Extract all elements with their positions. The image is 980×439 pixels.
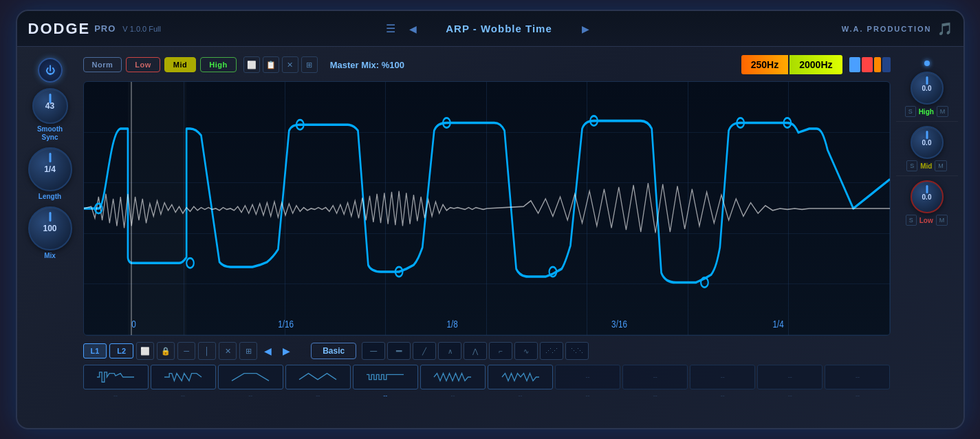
x-ctrl-icon[interactable]: ✕: [219, 342, 237, 360]
pattern-slot-8-label: --: [586, 374, 590, 381]
pattern-slot-9[interactable]: --: [622, 365, 688, 389]
brand-icon: 🎵: [937, 21, 952, 36]
next-preset-button[interactable]: ▶: [576, 21, 595, 37]
low-m-button[interactable]: M: [936, 215, 948, 226]
pattern-slot-12[interactable]: --: [825, 365, 890, 389]
shape-wave-button[interactable]: ∿: [514, 342, 538, 360]
pattern-slot-6[interactable]: [420, 365, 486, 389]
low-s-button[interactable]: S: [906, 215, 917, 226]
pipe-ctrl-icon[interactable]: │: [198, 342, 216, 360]
pattern-slot-11[interactable]: --: [757, 365, 823, 389]
pattern-label-9: --: [622, 392, 688, 405]
power-button[interactable]: ⏻: [38, 58, 63, 83]
mid-knob[interactable]: 0.0: [911, 126, 944, 159]
pattern-slot-1[interactable]: [83, 365, 149, 389]
freq-bar-orange: [874, 57, 881, 72]
icon-buttons: ⬜ 📋 ✕ ⊞: [243, 56, 318, 73]
mix-value: 100: [43, 224, 56, 233]
mix-knob[interactable]: 100: [28, 206, 72, 250]
mid-label: Mid: [920, 162, 932, 170]
waveform-area[interactable]: 0 1/16 1/8 3/16 1/4: [83, 81, 891, 336]
svg-text:3/16: 3/16: [611, 318, 627, 330]
arrow-right-button[interactable]: ▶: [279, 344, 294, 358]
pattern-label-2: --: [151, 392, 216, 405]
mix-knob-container: 100 Mix: [28, 206, 72, 260]
high-m-button[interactable]: M: [937, 106, 949, 117]
signal-dot: [924, 61, 930, 66]
low-channel-group: 0.0 S Low M: [896, 180, 958, 226]
smooth-value: 43: [45, 101, 54, 111]
svg-text:1/16: 1/16: [278, 318, 294, 330]
svg-text:0: 0: [131, 318, 136, 330]
freq-bar-blue: [849, 57, 860, 72]
freq-bar-red: [862, 57, 873, 72]
paste-icon[interactable]: 📋: [263, 56, 279, 73]
shape-saw-button[interactable]: ⋰⋰: [540, 342, 563, 360]
prev-preset-button[interactable]: ◀: [404, 21, 422, 37]
layer-1-button[interactable]: L1: [83, 343, 107, 358]
length-knob[interactable]: 1/4: [28, 147, 72, 191]
shape-complex-button[interactable]: ⋱⋱: [565, 342, 589, 360]
shape-tri2-button[interactable]: ⋀: [464, 342, 487, 360]
smooth-knob[interactable]: 43: [32, 88, 68, 124]
shape-flat-button[interactable]: ─: [362, 342, 385, 360]
top-center: ☰ ◀ ARP - Wobble Time ▶: [386, 21, 595, 37]
shape-tri-button[interactable]: ∧: [438, 342, 461, 360]
pattern-label-6: --: [420, 392, 486, 405]
band-norm-button[interactable]: Norm: [83, 57, 122, 72]
mid-s-button[interactable]: S: [906, 160, 917, 171]
high-s-button[interactable]: S: [905, 106, 916, 117]
ctrl-row-1: L1 L2 ⬜ 🔒 ─ │ ✕ ⊞ ◀ ▶ Basic ─ ━ ╱: [83, 340, 891, 362]
basic-button[interactable]: Basic: [311, 343, 356, 359]
lock-ctrl-icon[interactable]: 🔒: [157, 342, 175, 360]
pattern-row-1: -- -- -- -- --: [83, 365, 891, 389]
shape-step-button[interactable]: ⌐: [489, 342, 512, 360]
pattern-slot-3[interactable]: [218, 365, 283, 389]
center-area: Norm Low Mid High ⬜ 📋 ✕ ⊞ Master Mix: %1…: [83, 52, 891, 422]
freq-bar-mini: [849, 57, 891, 72]
preset-name: ARP - Wobble Time: [431, 23, 568, 34]
minus-ctrl-icon[interactable]: ─: [177, 342, 195, 360]
copy-ctrl-icon[interactable]: ⬜: [136, 342, 154, 360]
mid-value: 0.0: [922, 139, 932, 147]
band-mid-button[interactable]: Mid: [164, 57, 196, 72]
high-knob[interactable]: 0.0: [911, 72, 944, 105]
freq-low-value[interactable]: 250Hz: [741, 55, 788, 74]
pattern-label-5: --: [353, 392, 418, 405]
pattern-waveform-2: [164, 371, 202, 383]
pattern-slot-9-label: --: [653, 374, 657, 381]
shape-line-button[interactable]: ━: [387, 342, 411, 360]
band-high-button[interactable]: High: [200, 57, 236, 72]
grid-ctrl-icon[interactable]: ⊞: [239, 342, 257, 360]
band-low-button[interactable]: Low: [126, 57, 160, 72]
copy-icon[interactable]: ⬜: [243, 56, 260, 73]
mid-sm-row: S Mid M: [905, 160, 948, 171]
grid-icon[interactable]: ⊞: [301, 56, 318, 73]
pattern-slot-8[interactable]: --: [555, 365, 620, 389]
logo-version: V 1.0.0 Full: [122, 25, 161, 33]
svg-text:1/4: 1/4: [772, 318, 784, 330]
pattern-waveform-1: [96, 371, 135, 383]
delete-icon[interactable]: ✕: [282, 56, 298, 73]
mid-m-button[interactable]: M: [935, 160, 947, 171]
arrow-left-button[interactable]: ◀: [260, 344, 276, 358]
pattern-slot-7[interactable]: [488, 365, 553, 389]
pattern-label-3: --: [218, 392, 283, 405]
pattern-slot-4[interactable]: [285, 365, 351, 389]
freq-high-value[interactable]: 2000Hz: [790, 55, 842, 74]
playhead: [131, 82, 132, 335]
low-label: Low: [919, 217, 933, 224]
waveform-svg: 0 1/16 1/8 3/16 1/4: [84, 82, 890, 335]
pattern-slot-2[interactable]: [151, 365, 216, 389]
shape-ramp-up-button[interactable]: ╱: [413, 342, 436, 360]
high-channel-group: 0.0 S High M: [896, 72, 958, 117]
freq-display: 250Hz 2000Hz: [741, 55, 891, 74]
plugin-container: DODGE PRO V 1.0.0 Full ☰ ◀ ARP - Wobble …: [16, 10, 965, 429]
high-sm-row: S High M: [904, 106, 950, 117]
high-value: 0.0: [922, 85, 932, 92]
pattern-slot-5[interactable]: [353, 365, 418, 389]
menu-icon[interactable]: ☰: [386, 22, 395, 35]
low-knob[interactable]: 0.0: [911, 180, 944, 213]
layer-2-button[interactable]: L2: [109, 343, 133, 358]
pattern-slot-10[interactable]: --: [690, 365, 755, 389]
